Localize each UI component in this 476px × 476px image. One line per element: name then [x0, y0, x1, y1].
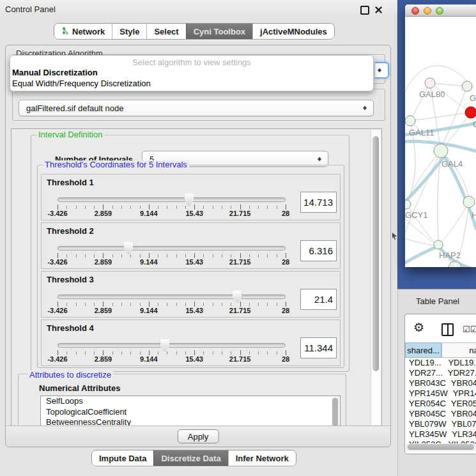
cell-name: YBL079W: [447, 419, 476, 429]
cell-name: YBR045C: [446, 409, 476, 419]
threshold-item-3: Threshold 3-3.4262.8599.14415.4321.71528: [41, 271, 341, 318]
network-thick-edge: [405, 156, 445, 207]
network-node-c[interactable]: [465, 107, 476, 118]
close-icon[interactable]: [374, 5, 383, 13]
table-row[interactable]: YBL079WYBL079W: [405, 419, 476, 429]
network-canvas[interactable]: GAL80GACGAL11GAL4GCY1HHAP2: [405, 17, 476, 267]
column-header-na[interactable]: na: [441, 342, 476, 358]
table-rows[interactable]: YDL19...YDL19...YDR27...YDR27...YBR043CY…: [405, 358, 476, 445]
table-scrollbar-thumb[interactable]: [408, 444, 474, 450]
cell-name: YBR043C: [446, 378, 476, 388]
network-node-gal4[interactable]: [434, 144, 448, 158]
tick-label: 15.43: [185, 210, 203, 217]
panel-scrollbar-thumb[interactable]: [372, 136, 379, 371]
network-window-titlebar[interactable]: [405, 4, 476, 17]
tick-label: 15.43: [185, 258, 203, 266]
tick-label: 9.144: [140, 210, 158, 217]
table-data-combobox[interactable]: galFiltered.sif default node: [19, 100, 374, 116]
table-panel-title: Table Panel: [416, 296, 459, 306]
tick-label: 28: [282, 258, 289, 266]
list-scrollbar-thumb[interactable]: [332, 398, 338, 426]
algorithm-combobox-end[interactable]: [375, 62, 389, 79]
tab-network[interactable]: Network: [54, 24, 112, 39]
mouse-cursor: [392, 233, 398, 240]
threshold-item-1: Threshold 1-3.4262.8599.14415.4321.71528: [41, 174, 341, 220]
tick-label: 9.144: [140, 355, 158, 363]
network-edge: [410, 83, 430, 121]
close-traffic-light-icon[interactable]: [411, 7, 419, 15]
tab-label: Cyni Toolbox: [194, 27, 245, 36]
tab-discretize-data[interactable]: Discretize Data: [153, 450, 227, 466]
panel-scrollbar[interactable]: [371, 130, 381, 425]
list-scrollbar[interactable]: [332, 397, 339, 426]
cell-name: YDR27...: [443, 368, 476, 378]
threshold-title: Threshold 2: [47, 226, 94, 236]
network-node-hap2[interactable]: [434, 240, 443, 249]
cell-shared-name: YDL19...: [405, 358, 443, 368]
zoom-traffic-light-icon[interactable]: [436, 7, 443, 15]
threshold-value-field[interactable]: [300, 192, 337, 213]
gear-icon[interactable]: ⚙: [413, 320, 424, 335]
cell-shared-name: YER054C: [405, 399, 446, 409]
table-row[interactable]: YBR043CYBR043C: [405, 378, 476, 388]
table-horizontal-scrollbar[interactable]: [406, 443, 476, 451]
tick-label: 28: [282, 307, 289, 314]
settings-scroll-panel: Interval Definition Number of Intervals …: [11, 128, 382, 426]
table-row[interactable]: YER054CYER054C: [405, 399, 476, 409]
interval-definition-label: Interval Definition: [36, 130, 104, 139]
dropdown-option-manual-discretization[interactable]: Manual Discretization: [12, 68, 98, 77]
slider-track[interactable]: [58, 343, 286, 348]
node-label: C: [473, 119, 476, 129]
numerical-attributes-list[interactable]: SelfLoopsTopologicalCoefficientBetweenne…: [40, 395, 341, 426]
threshold-value-field[interactable]: [300, 337, 337, 358]
attribute-item-selfloops[interactable]: SelfLoops: [41, 396, 340, 407]
table-row[interactable]: YLR345WYLR345W: [405, 429, 476, 440]
attribute-item-topologicalcoefficient[interactable]: TopologicalCoefficient: [41, 407, 340, 418]
network-node-ga[interactable]: [462, 81, 472, 91]
network-node-h[interactable]: [463, 196, 475, 208]
table-row[interactable]: YBR045CYBR045C: [405, 409, 476, 419]
network-node-gcy1[interactable]: [405, 200, 411, 209]
network-edge: [410, 112, 471, 121]
network-thick-edge: [405, 247, 437, 266]
tab-select[interactable]: Select: [146, 24, 185, 39]
float-window-icon[interactable]: [360, 6, 369, 15]
network-node-gal80[interactable]: [425, 78, 435, 88]
threshold-title: Threshold 3: [47, 275, 94, 284]
table-row[interactable]: YDL19...YDL19...: [405, 358, 476, 368]
slider-track[interactable]: [58, 197, 286, 202]
tick-label: 9.144: [140, 258, 158, 266]
minimize-traffic-light-icon[interactable]: [424, 7, 431, 15]
tab-impute-data[interactable]: Impute Data: [92, 450, 153, 466]
tab-jactivemnodules[interactable]: jActiveMNodules: [252, 24, 334, 39]
tick-label: 21.715: [229, 355, 251, 363]
tab-style[interactable]: Style: [112, 24, 146, 39]
columns-icon[interactable]: [441, 323, 454, 336]
attribute-item-betweennesscentrality[interactable]: BetweennessCentrality: [41, 417, 340, 426]
apply-button[interactable]: Apply: [178, 429, 219, 443]
slider-ticks: [58, 253, 286, 259]
network-view-window: GAL80GACGAL11GAL4GCY1HHAP2: [405, 4, 476, 267]
checkbox-icons[interactable]: ☑☑: [463, 325, 476, 334]
tab-label: Infer Network: [236, 454, 289, 463]
column-header-shared[interactable]: shared...: [405, 342, 441, 358]
top-tab-bar: NetworkStyleSelectCyni ToolboxjActiveMNo…: [54, 23, 335, 40]
tab-infer-network[interactable]: Infer Network: [228, 450, 296, 466]
slider-track[interactable]: [58, 295, 286, 299]
node-label: GAL11: [409, 128, 434, 137]
cell-shared-name: YPR145W: [405, 388, 448, 399]
cell-shared-name: YDR27...: [405, 368, 443, 378]
network-node-gal11[interactable]: [405, 116, 415, 126]
table-row[interactable]: YPR145WYPR145W: [405, 388, 476, 399]
combo-spinner-icon: [378, 66, 382, 75]
cell-name: YLR345W: [447, 429, 476, 440]
threshold-value-field[interactable]: [300, 240, 337, 261]
tick-label: 21.715: [229, 307, 251, 314]
tab-cyni-toolbox[interactable]: Cyni Toolbox: [186, 24, 252, 39]
dropdown-option-equal-width-frequency-discretization[interactable]: Equal Width/Frequency Discretization: [12, 79, 151, 88]
slider-track[interactable]: [58, 246, 286, 250]
threshold-value-field[interactable]: [300, 289, 337, 310]
tick-label: -3.426: [47, 258, 67, 266]
slider-ticks: [58, 350, 286, 356]
table-row[interactable]: YDR27...YDR27...: [405, 368, 476, 378]
